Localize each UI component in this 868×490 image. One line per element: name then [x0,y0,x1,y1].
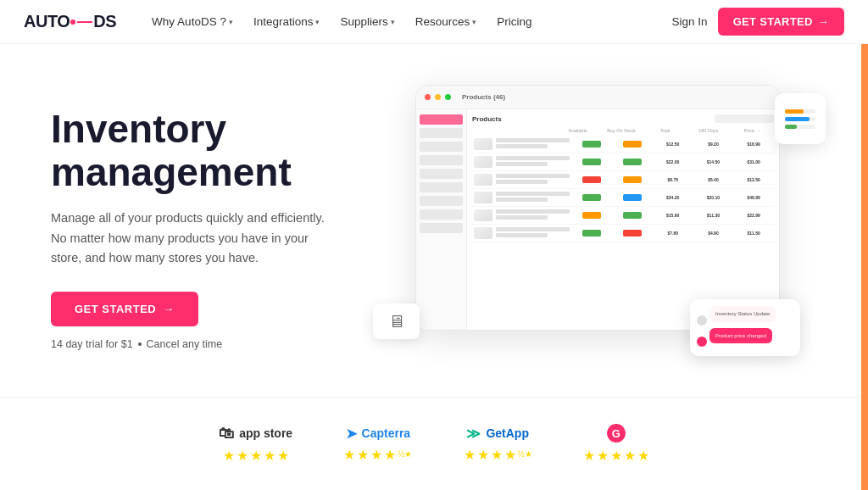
chat-bubble-row-2: Product price changed [697,328,793,347]
hero-cta-label: GET STARTED [75,303,156,315]
logo-line [77,21,92,23]
name-line-2 [496,233,548,237]
cell-available [573,159,610,165]
star-5: ½★ [518,447,532,463]
get-started-nav-label: GET STARTED [733,15,813,28]
product-image [474,156,492,168]
sidebar-item-5 [420,182,463,192]
badge-yellow-3 [582,212,601,219]
hero-title: Inventory management [51,108,373,193]
nav-actions: Sign In GET STARTED → [672,8,844,36]
arrow-right-icon: → [163,303,175,315]
getapp-icon: ≫ [466,426,481,442]
dash-search-bar [715,114,774,123]
nav-item-integrations[interactable]: Integrations ▾ [245,10,329,33]
product-name [496,227,570,239]
main-content: Inventory management Manage all of your … [0,44,868,397]
star-5: ★ [277,448,289,464]
logo-dot [70,19,75,25]
badge-green-3 [582,194,601,201]
shopify-bag-icon: 🛍 [219,425,234,443]
hero-subtitle: Manage all of your products quickly and … [51,209,331,268]
star-1: ★ [464,447,476,463]
hero-cta-button[interactable]: GET STARTED → [51,292,198,326]
g2-circle-icon: G [607,424,626,443]
product-image [474,174,492,186]
name-line-2 [496,180,548,184]
dash-table-header: Available Buy On Stock Total 180 Days Pr… [472,128,774,133]
name-line-1 [496,192,570,196]
star-2: ★ [236,448,248,464]
badge-green [582,159,601,165]
chat-bubble-row-1: Inventory Status Update [697,306,793,325]
cell-180: $11.30 [695,213,732,218]
star-4: ★ [504,447,516,463]
dashboard-mockup: Products (46) Products [415,85,780,331]
logo[interactable]: AUTO DS [24,12,116,31]
cell-price: $31.00 [735,159,772,164]
product-name [496,209,570,221]
nav-item-pricing[interactable]: Pricing [488,10,540,33]
nav-label-pricing: Pricing [497,15,531,28]
hero-title-line2: management [51,150,292,194]
final-price: $31.00 [748,159,760,164]
capterra-label: Capterra [362,426,411,440]
monitor-icon: 🖥 [388,312,405,331]
filter-line-2 [785,117,815,121]
get-started-nav-button[interactable]: GET STARTED → [718,8,844,36]
arrow-icon: → [818,15,829,28]
getapp-stars: ★ ★ ★ ★ ½★ [464,447,532,463]
sidebar-item-2 [420,142,463,152]
star-2: ★ [477,447,489,463]
star-5: ½★ [398,447,412,463]
cell-180: $14.50 [695,159,732,164]
product-name [496,192,570,203]
trial-text: 14 day trial for $1 [51,338,133,350]
name-line-2 [496,198,548,202]
star-4: ★ [384,447,396,463]
getapp-logo: ≫ GetApp [466,426,529,442]
star-4: ★ [624,448,636,464]
cell-available [573,141,610,148]
sign-in-button[interactable]: Sign In [672,15,708,28]
star-1: ★ [583,448,595,464]
nav-label-why: Why AutoDS ? [152,15,226,28]
cell-180: $9.20 [695,142,732,147]
window-dot-red [425,94,431,100]
trial-dot-divider [138,342,142,346]
cell-buy [614,176,651,183]
cell-price: $18.99 [735,142,772,147]
nav-item-resources[interactable]: Resources ▾ [407,10,486,33]
col-total: Total [645,128,685,133]
badge-red-2 [623,230,642,237]
rating-getapp: ≫ GetApp ★ ★ ★ ★ ½★ [464,426,532,463]
float-filter-card [775,93,826,144]
cell-available [573,176,610,183]
nav-links: Why AutoDS ? ▾ Integrations ▾ Suppliers … [143,10,671,33]
col-available: Available [558,128,598,133]
badge-green [582,141,601,148]
table-row: $22.00 $14.50 $31.00 [472,153,774,171]
badge-blue [623,194,642,201]
cell-180: $20.10 [695,195,732,200]
cell-price: $22.99 [735,213,772,218]
cell-price: $11.50 [735,231,772,236]
dash-header: Products (46) [416,86,779,109]
chevron-down-icon: ▾ [391,18,395,26]
dash-body: Products Available Buy On Stock Total 18… [416,109,779,330]
chat-message-2: Product price changed [709,328,772,343]
nav-label-suppliers: Suppliers [340,15,387,28]
dash-content-header: Products [472,114,774,123]
nav-item-why[interactable]: Why AutoDS ? ▾ [143,10,242,33]
nav-item-suppliers[interactable]: Suppliers ▾ [331,10,403,33]
cell-buy [614,159,651,165]
cell-180: $5.40 [695,177,732,182]
getapp-label: GetApp [486,426,529,440]
price-180: $11.30 [707,213,720,218]
star-3: ★ [250,448,262,464]
col-price: Price → [732,128,772,133]
star-3: ★ [370,447,382,463]
price-value: $7.80 [667,231,678,236]
final-price: $12.50 [748,177,760,182]
window-dot-yellow [435,94,441,100]
